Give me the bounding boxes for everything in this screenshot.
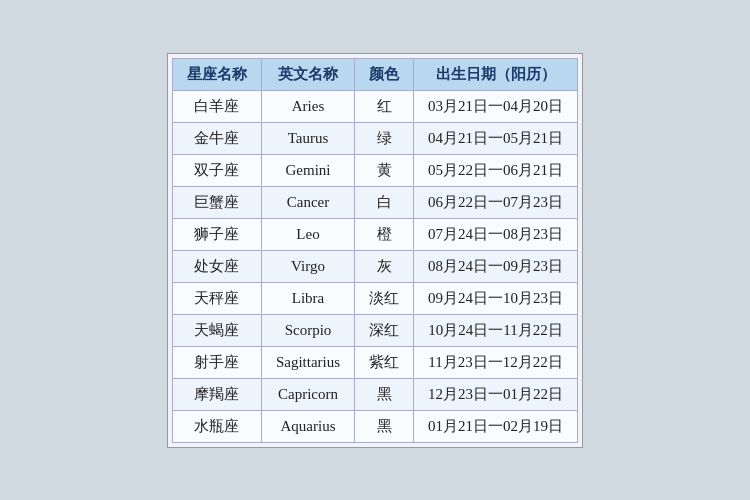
- table-body: 白羊座Aries红03月21日一04月20日金牛座Taurus绿04月21日一0…: [172, 90, 577, 442]
- cell-english-name: Virgo: [261, 250, 354, 282]
- table-row: 白羊座Aries红03月21日一04月20日: [172, 90, 577, 122]
- cell-chinese-name: 处女座: [172, 250, 261, 282]
- cell-chinese-name: 摩羯座: [172, 378, 261, 410]
- cell-color: 黑: [355, 378, 414, 410]
- zodiac-table: 星座名称 英文名称 颜色 出生日期（阳历） 白羊座Aries红03月21日一04…: [172, 58, 578, 443]
- cell-chinese-name: 白羊座: [172, 90, 261, 122]
- cell-chinese-name: 射手座: [172, 346, 261, 378]
- cell-chinese-name: 双子座: [172, 154, 261, 186]
- cell-english-name: Aquarius: [261, 410, 354, 442]
- table-row: 狮子座Leo橙07月24日一08月23日: [172, 218, 577, 250]
- cell-color: 紫红: [355, 346, 414, 378]
- table-row: 巨蟹座Cancer白06月22日一07月23日: [172, 186, 577, 218]
- cell-color: 绿: [355, 122, 414, 154]
- cell-english-name: Capricorn: [261, 378, 354, 410]
- cell-dates: 11月23日一12月22日: [414, 346, 578, 378]
- header-english-name: 英文名称: [261, 58, 354, 90]
- header-chinese-name: 星座名称: [172, 58, 261, 90]
- cell-english-name: Gemini: [261, 154, 354, 186]
- cell-dates: 08月24日一09月23日: [414, 250, 578, 282]
- table-row: 天秤座Libra淡红09月24日一10月23日: [172, 282, 577, 314]
- header-color: 颜色: [355, 58, 414, 90]
- cell-dates: 05月22日一06月21日: [414, 154, 578, 186]
- header-dates: 出生日期（阳历）: [414, 58, 578, 90]
- table-row: 水瓶座Aquarius黑01月21日一02月19日: [172, 410, 577, 442]
- table-row: 摩羯座Capricorn黑12月23日一01月22日: [172, 378, 577, 410]
- table-row: 处女座Virgo灰08月24日一09月23日: [172, 250, 577, 282]
- cell-color: 黑: [355, 410, 414, 442]
- cell-dates: 09月24日一10月23日: [414, 282, 578, 314]
- table-row: 天蝎座Scorpio深红10月24日一11月22日: [172, 314, 577, 346]
- cell-color: 灰: [355, 250, 414, 282]
- cell-english-name: Sagittarius: [261, 346, 354, 378]
- cell-english-name: Taurus: [261, 122, 354, 154]
- cell-color: 深红: [355, 314, 414, 346]
- cell-chinese-name: 天蝎座: [172, 314, 261, 346]
- cell-dates: 04月21日一05月21日: [414, 122, 578, 154]
- cell-chinese-name: 天秤座: [172, 282, 261, 314]
- table-row: 双子座Gemini黄05月22日一06月21日: [172, 154, 577, 186]
- cell-english-name: Libra: [261, 282, 354, 314]
- cell-color: 淡红: [355, 282, 414, 314]
- cell-color: 白: [355, 186, 414, 218]
- cell-dates: 03月21日一04月20日: [414, 90, 578, 122]
- cell-english-name: Aries: [261, 90, 354, 122]
- table-header-row: 星座名称 英文名称 颜色 出生日期（阳历）: [172, 58, 577, 90]
- zodiac-table-container: 星座名称 英文名称 颜色 出生日期（阳历） 白羊座Aries红03月21日一04…: [167, 53, 583, 448]
- cell-english-name: Scorpio: [261, 314, 354, 346]
- cell-dates: 12月23日一01月22日: [414, 378, 578, 410]
- cell-dates: 10月24日一11月22日: [414, 314, 578, 346]
- cell-dates: 06月22日一07月23日: [414, 186, 578, 218]
- cell-chinese-name: 狮子座: [172, 218, 261, 250]
- cell-dates: 07月24日一08月23日: [414, 218, 578, 250]
- cell-chinese-name: 金牛座: [172, 122, 261, 154]
- cell-color: 橙: [355, 218, 414, 250]
- cell-color: 黄: [355, 154, 414, 186]
- table-row: 射手座Sagittarius紫红11月23日一12月22日: [172, 346, 577, 378]
- cell-chinese-name: 水瓶座: [172, 410, 261, 442]
- cell-dates: 01月21日一02月19日: [414, 410, 578, 442]
- cell-color: 红: [355, 90, 414, 122]
- table-row: 金牛座Taurus绿04月21日一05月21日: [172, 122, 577, 154]
- cell-chinese-name: 巨蟹座: [172, 186, 261, 218]
- cell-english-name: Leo: [261, 218, 354, 250]
- cell-english-name: Cancer: [261, 186, 354, 218]
